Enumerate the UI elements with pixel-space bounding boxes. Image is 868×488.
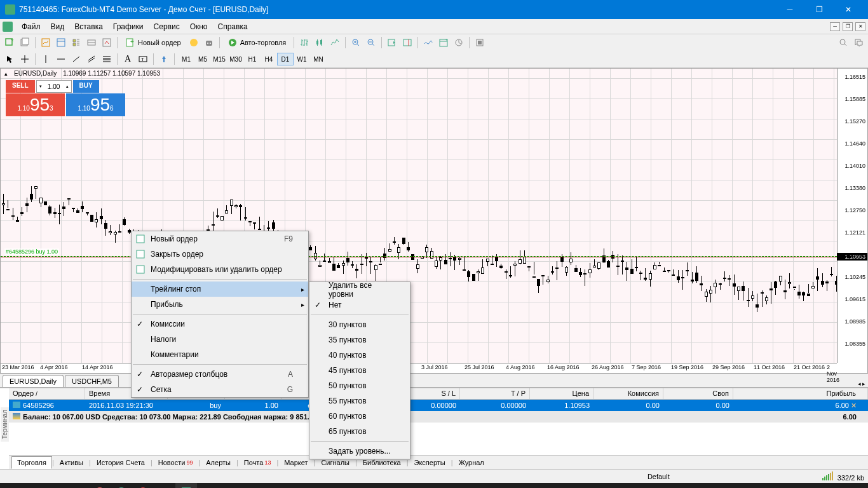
- terminal-tab-4[interactable]: Алерты: [200, 456, 236, 469]
- text-icon[interactable]: A: [121, 52, 135, 66]
- ctx-комиссии[interactable]: ✓Комиссии: [132, 316, 308, 332]
- terminal-tab-5[interactable]: Почта13: [238, 456, 277, 469]
- ctx-трейлинг-стоп[interactable]: Трейлинг стоп▸: [132, 281, 308, 297]
- col-price2[interactable]: Цена: [530, 388, 593, 399]
- ctx-авторазмер-столбцов[interactable]: ✓Авторазмер столбцовA: [132, 367, 308, 382]
- ctx-60-пунктов[interactable]: 60 пунктов: [309, 409, 410, 424]
- timeframe-h1[interactable]: H1: [244, 53, 261, 65]
- market-watch-icon[interactable]: [39, 36, 53, 50]
- terminal-tab-10[interactable]: Журнал: [453, 456, 490, 469]
- mdi-restore[interactable]: ❐: [843, 22, 853, 31]
- chart-tab[interactable]: USDCHF,M5: [65, 375, 119, 387]
- line-chart-icon[interactable]: [328, 36, 342, 50]
- new-chart-icon[interactable]: +: [3, 36, 17, 50]
- terminal-tab-1[interactable]: Активы: [54, 456, 89, 469]
- profiles-icon[interactable]: [18, 36, 32, 50]
- mt4-taskbar-icon[interactable]: [175, 483, 197, 488]
- chart-shift-icon[interactable]: [400, 36, 414, 50]
- auto-trade-button[interactable]: Авто-торговля: [223, 36, 291, 50]
- timeframe-h4[interactable]: H4: [261, 53, 277, 65]
- task-view-icon[interactable]: [67, 483, 89, 488]
- timeframe-mn[interactable]: MN: [310, 53, 327, 65]
- new-order-button[interactable]: + Новый ордер: [121, 36, 186, 50]
- menu-файл[interactable]: Файл: [17, 20, 46, 33]
- explorer-icon[interactable]: [154, 483, 175, 488]
- ctx-35-пунктов[interactable]: 35 пунктов: [309, 332, 410, 348]
- menu-справка[interactable]: Справка: [213, 20, 253, 33]
- col-comm[interactable]: Комиссия: [593, 388, 663, 399]
- col-tp[interactable]: T / P: [460, 388, 530, 399]
- cortana-icon[interactable]: [46, 483, 67, 488]
- ctx-55-пунктов[interactable]: 55 пунктов: [309, 393, 410, 409]
- text-label-icon[interactable]: T: [136, 52, 150, 66]
- navigator-icon[interactable]: [69, 36, 83, 50]
- order-row[interactable]: 64585296 2016.11.03 19:21:30 buy 1.00 eu…: [9, 400, 868, 411]
- chat-icon[interactable]: [851, 36, 865, 50]
- buy-price[interactable]: 1.10956: [66, 93, 125, 116]
- arrows-icon[interactable]: [157, 52, 171, 66]
- cursor-icon[interactable]: [3, 52, 17, 66]
- zoom-in-icon[interactable]: [349, 36, 363, 50]
- timeframe-m1[interactable]: M1: [178, 53, 194, 65]
- sell-price[interactable]: 1.10953: [6, 93, 65, 116]
- terminal-tab-0[interactable]: Торговля: [11, 456, 52, 469]
- menu-вид[interactable]: Вид: [46, 20, 70, 33]
- fibonacci-icon[interactable]: [100, 52, 114, 66]
- strategy-tester-icon[interactable]: [100, 36, 114, 50]
- expert-advisor-icon[interactable]: [202, 36, 216, 50]
- search-taskbar-icon[interactable]: [24, 483, 46, 488]
- terminal-tab-2[interactable]: История Счета: [91, 456, 151, 469]
- volume-input[interactable]: ▾ 1.00 ▴: [36, 80, 72, 93]
- ctx-модифицировать-или-у[interactable]: Модифицировать или удалить ордер: [132, 262, 308, 277]
- ctx-налоги[interactable]: Налоги: [132, 332, 308, 347]
- timeframe-w1[interactable]: W1: [294, 53, 310, 65]
- terminal-icon[interactable]: [85, 36, 98, 50]
- ctx-50-пунктов[interactable]: 50 пунктов: [309, 378, 410, 393]
- ctx-задать-уровень...[interactable]: Задать уровень...: [309, 444, 410, 459]
- terminal-tab-3[interactable]: Новости99: [153, 456, 199, 469]
- tab-scroll-right[interactable]: ▸: [862, 381, 865, 387]
- menu-окно[interactable]: Окно: [185, 20, 213, 33]
- menu-вставка[interactable]: Вставка: [69, 20, 108, 33]
- chrome-icon[interactable]: [111, 483, 132, 488]
- timeframe-m15[interactable]: M15: [211, 53, 227, 65]
- sell-button[interactable]: SELL: [6, 80, 35, 93]
- start-button[interactable]: [0, 483, 24, 488]
- ctx-45-пунктов[interactable]: 45 пунктов: [309, 363, 410, 378]
- chart-tab[interactable]: EURUSD,Daily: [3, 375, 64, 387]
- close-button[interactable]: ✕: [834, 0, 863, 19]
- col-profit[interactable]: Прибыль: [733, 388, 868, 399]
- menu-графики[interactable]: Графики: [108, 20, 149, 33]
- vol-down-icon[interactable]: ▾: [37, 84, 44, 89]
- ctx-65-пунктов[interactable]: 65 пунктов: [309, 424, 410, 439]
- horizontal-line-icon[interactable]: [54, 52, 68, 66]
- col-order[interactable]: Ордер /: [9, 388, 85, 399]
- indicators-icon[interactable]: [421, 36, 435, 50]
- auto-scroll-icon[interactable]: [385, 36, 399, 50]
- timeframe-m5[interactable]: M5: [194, 53, 211, 65]
- templates-icon[interactable]: [452, 36, 466, 50]
- mdi-close[interactable]: ✕: [855, 22, 865, 31]
- mdi-minimize[interactable]: ─: [830, 22, 840, 31]
- timeframe-m30[interactable]: M30: [227, 53, 244, 65]
- equidistant-channel-icon[interactable]: [85, 52, 98, 66]
- buy-button[interactable]: BUY: [73, 80, 99, 93]
- maximize-button[interactable]: ❐: [804, 0, 834, 19]
- ctx-удалить-все-уровни[interactable]: Удалить все уровни: [309, 282, 410, 297]
- ctx-сетка[interactable]: ✓СеткаG: [132, 382, 308, 397]
- terminal-tab-9[interactable]: Эксперты: [409, 456, 451, 469]
- drawing-templates-icon[interactable]: [473, 36, 487, 50]
- menu-сервис[interactable]: Сервис: [149, 20, 185, 33]
- ctx-30-пунктов[interactable]: 30 пунктов: [309, 317, 410, 332]
- ctx-прибыль[interactable]: Прибыль▸: [132, 297, 308, 312]
- metaquotes-icon[interactable]: [187, 36, 201, 50]
- ctx-комментарии[interactable]: Комментарии: [132, 347, 308, 362]
- search-icon[interactable]: [836, 36, 850, 50]
- ctx-40-пунктов[interactable]: 40 пунктов: [309, 348, 410, 363]
- tab-scroll-left[interactable]: ◂: [858, 381, 861, 387]
- ctx-закрыть-ордер[interactable]: Закрыть ордер: [132, 247, 308, 262]
- bar-chart-icon[interactable]: [297, 36, 311, 50]
- data-window-icon[interactable]: [54, 36, 68, 50]
- vol-up-icon[interactable]: ▴: [64, 84, 71, 89]
- timeframe-d1[interactable]: D1: [277, 53, 294, 65]
